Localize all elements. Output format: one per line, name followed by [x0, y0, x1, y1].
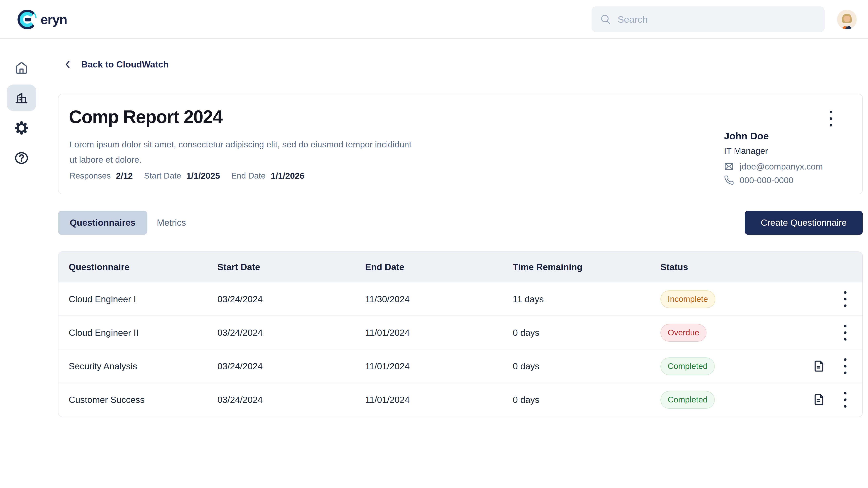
back-link[interactable]: Back to CloudWatch	[62, 59, 169, 70]
user-avatar[interactable]	[837, 10, 857, 29]
sidebar	[0, 39, 43, 488]
table-row: Security Analysis 03/24/2024 11/01/2024 …	[59, 350, 862, 383]
cell-end: 11/01/2024	[365, 316, 410, 350]
col-end-date: End Date	[365, 252, 404, 282]
search-input[interactable]	[618, 14, 816, 25]
page-title: Comp Report 2024	[69, 107, 222, 127]
table-row: Cloud Engineer II 03/24/2024 11/01/2024 …	[59, 316, 862, 350]
contact-email[interactable]: jdoe@companyx.com	[740, 162, 823, 171]
cell-time: 0 days	[513, 350, 539, 383]
sidebar-item-reports[interactable]	[7, 85, 36, 111]
tab-questionnaires[interactable]: Questionnaires	[58, 211, 147, 235]
tab-metrics-label: Metrics	[157, 218, 186, 228]
cell-time: 0 days	[513, 316, 539, 350]
col-questionnaire: Questionnaire	[69, 252, 130, 282]
top-bar: eryn	[0, 0, 868, 39]
report-meta: Responses 2/12 Start Date 1/1/2025 End D…	[69, 171, 304, 181]
start-date-label: Start Date	[144, 171, 181, 181]
report-file-icon[interactable]	[812, 359, 826, 373]
row-menu-kebab-icon[interactable]	[841, 316, 849, 350]
cell-end: 11/01/2024	[365, 350, 410, 383]
status-badge: Incomplete	[660, 290, 715, 308]
report-file-icon[interactable]	[812, 393, 826, 406]
end-date-label: End Date	[231, 171, 266, 181]
row-menu-kebab-icon[interactable]	[841, 282, 849, 316]
cell-name: Customer Success	[69, 383, 145, 417]
buildings-icon	[14, 91, 29, 105]
cell-start: 03/24/2024	[217, 350, 262, 383]
envelope-icon	[724, 161, 734, 171]
report-menu-kebab-icon[interactable]	[828, 109, 834, 129]
row-menu-kebab-icon[interactable]	[841, 383, 849, 417]
responses-value: 2/12	[116, 171, 133, 181]
cell-name: Cloud Engineer II	[69, 316, 138, 350]
table-header: Questionnaire Start Date End Date Time R…	[59, 252, 862, 282]
report-description: Lorem ipsum dolor sit amet, consectetur …	[69, 137, 415, 167]
cell-time: 11 days	[513, 282, 544, 316]
tab-bar: Questionnaires Metrics	[58, 211, 186, 235]
avatar-image	[837, 10, 857, 29]
responses-label: Responses	[69, 171, 111, 181]
home-icon	[14, 61, 29, 75]
eryn-logo-icon	[17, 9, 37, 30]
table-row: Cloud Engineer I 03/24/2024 11/30/2024 1…	[59, 282, 862, 316]
cell-start: 03/24/2024	[217, 282, 262, 316]
status-badge: Completed	[660, 357, 715, 375]
search-bar	[591, 6, 825, 32]
cell-name: Security Analysis	[69, 350, 137, 383]
table-row: Customer Success 03/24/2024 11/01/2024 0…	[59, 383, 862, 417]
contact-name: John Doe	[724, 130, 823, 141]
cell-start: 03/24/2024	[217, 383, 262, 417]
status-badge: Overdue	[660, 324, 707, 341]
help-icon	[14, 151, 29, 165]
sidebar-item-help[interactable]	[7, 145, 36, 171]
cell-end: 11/30/2024	[365, 282, 410, 316]
status-badge: Completed	[660, 391, 715, 409]
tab-metrics[interactable]: Metrics	[157, 218, 186, 228]
col-start-date: Start Date	[217, 252, 260, 282]
col-time-remaining: Time Remaining	[513, 252, 583, 282]
row-menu-kebab-icon[interactable]	[841, 350, 849, 383]
brand-logo[interactable]: eryn	[17, 0, 67, 39]
col-status: Status	[660, 252, 688, 282]
start-date-value: 1/1/2025	[186, 171, 220, 181]
end-date-value: 1/1/2026	[271, 171, 304, 181]
back-link-label: Back to CloudWatch	[81, 59, 169, 70]
contact-block: John Doe IT Manager jdoe@companyx.com 00…	[724, 130, 823, 189]
tab-questionnaires-label: Questionnaires	[70, 218, 135, 228]
chevron-left-icon	[62, 59, 73, 70]
questionnaire-table: Questionnaire Start Date End Date Time R…	[58, 252, 863, 417]
contact-role: IT Manager	[724, 146, 823, 156]
search-icon	[599, 13, 612, 25]
cell-time: 0 days	[513, 383, 539, 417]
sidebar-item-settings[interactable]	[7, 115, 36, 141]
gear-icon	[14, 121, 29, 135]
create-questionnaire-button[interactable]: Create Questionnaire	[745, 211, 863, 235]
cell-name: Cloud Engineer I	[69, 282, 136, 316]
brand-name: eryn	[40, 12, 67, 27]
report-summary-card: Comp Report 2024 Lorem ipsum dolor sit a…	[58, 94, 863, 194]
cell-start: 03/24/2024	[217, 316, 262, 350]
sidebar-item-home[interactable]	[7, 55, 36, 81]
cell-end: 11/01/2024	[365, 383, 410, 417]
phone-icon	[724, 175, 734, 185]
contact-phone[interactable]: 000-000-0000	[740, 175, 794, 185]
